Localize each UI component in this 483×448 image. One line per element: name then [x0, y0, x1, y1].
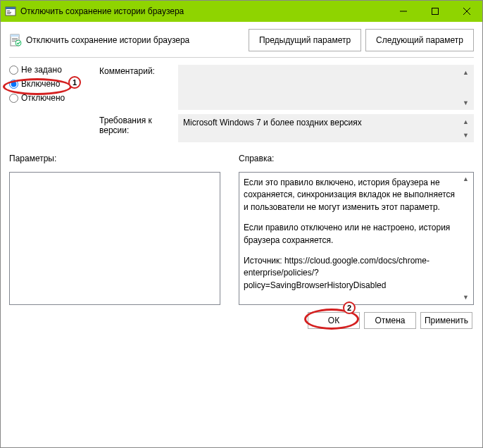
help-area: Если это правило включено, история брауз…: [239, 172, 474, 305]
radio-not-configured-label: Не задано: [21, 65, 62, 75]
requirements-box: Microsoft Windows 7 и более поздних верс…: [178, 114, 474, 142]
scroll-down-icon[interactable]: ▼: [460, 292, 472, 304]
options-area[interactable]: [9, 172, 220, 305]
svg-rect-3: [7, 12, 11, 13]
comment-input[interactable]: ▲ ▼: [178, 65, 474, 110]
radio-disabled-label: Отключено: [21, 93, 65, 103]
scroll-up-icon[interactable]: ▲: [460, 66, 472, 78]
cancel-button[interactable]: Отмена: [364, 312, 416, 329]
help-label: Справка:: [239, 154, 474, 163]
svg-rect-10: [11, 35, 19, 37]
svg-rect-12: [12, 39, 18, 40]
scroll-up-icon[interactable]: ▲: [460, 173, 472, 185]
scroll-down-icon[interactable]: ▼: [460, 97, 472, 108]
radio-enabled[interactable]: Включено: [9, 79, 92, 89]
window-title: Отключить сохранение истории браузера: [20, 6, 387, 16]
requirements-label: Требования к версии:: [99, 114, 178, 135]
help-paragraph-2: Если правило отключено или не настроено,…: [244, 222, 459, 247]
svg-rect-4: [7, 13, 11, 14]
radio-not-configured-input[interactable]: [9, 66, 18, 75]
svg-rect-11: [12, 38, 18, 39]
svg-rect-6: [432, 8, 438, 15]
radio-disabled-input[interactable]: [9, 94, 18, 103]
close-button[interactable]: [451, 1, 482, 22]
ok-button[interactable]: ОК: [308, 312, 360, 329]
radio-disabled[interactable]: Отключено: [9, 93, 92, 103]
state-radio-group: Не задано Включено Отключено 1: [9, 65, 92, 147]
divider: [9, 57, 474, 58]
header-row: Отключить сохранение истории браузера Пр…: [9, 29, 474, 51]
svg-rect-1: [6, 7, 15, 9]
svg-rect-2: [7, 11, 10, 11]
help-paragraph-3: Источник: https://cloud.google.com/docs/…: [244, 255, 459, 292]
svg-point-14: [15, 40, 21, 46]
prev-setting-button[interactable]: Предыдущий параметр: [249, 29, 361, 51]
footer: ОК Отмена Применить 2: [9, 312, 474, 329]
next-setting-button[interactable]: Следующий параметр: [365, 29, 474, 51]
radio-not-configured[interactable]: Не задано: [9, 65, 92, 75]
scroll-up-icon[interactable]: ▲: [460, 116, 472, 127]
radio-enabled-input[interactable]: [9, 80, 18, 89]
minimize-button[interactable]: [387, 1, 419, 22]
app-icon: [5, 6, 16, 17]
policy-icon: [9, 34, 22, 46]
maximize-button[interactable]: [419, 1, 451, 22]
policy-title: Отключить сохранение истории браузера: [26, 35, 244, 45]
radio-enabled-label: Включено: [21, 79, 60, 89]
comment-label: Комментарий:: [99, 65, 178, 76]
titlebar: Отключить сохранение истории браузера: [1, 1, 482, 22]
scroll-down-icon[interactable]: ▼: [460, 129, 472, 141]
apply-button[interactable]: Применить: [420, 312, 472, 329]
help-paragraph-1: Если это правило включено, история брауз…: [244, 177, 459, 213]
requirements-value: Microsoft Windows 7 и более поздних верс…: [183, 118, 362, 127]
options-label: Параметры:: [9, 154, 220, 163]
